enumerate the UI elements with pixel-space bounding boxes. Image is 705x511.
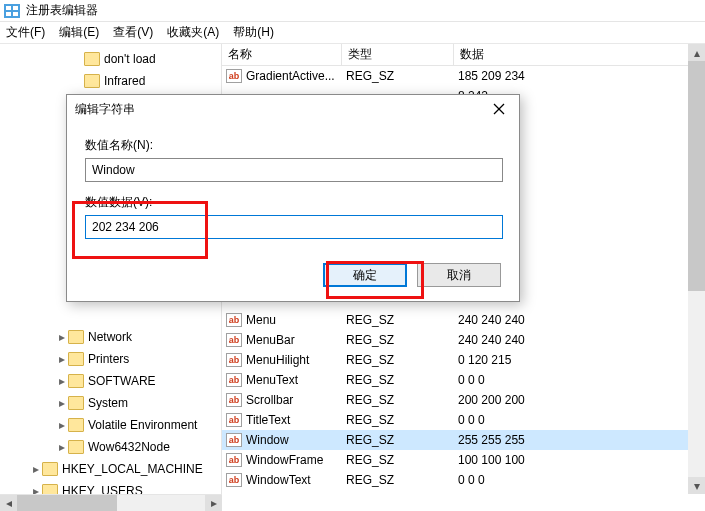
row-data: 100 100 100	[454, 453, 705, 467]
row-name: MenuHilight	[246, 353, 309, 367]
vertical-scrollbar[interactable]: ▴ ▾	[688, 44, 705, 494]
string-value-icon: ab	[226, 473, 242, 487]
list-row[interactable]: abGradientActive...REG_SZ185 209 234	[222, 66, 705, 86]
folder-icon	[68, 352, 84, 366]
string-value-icon: ab	[226, 69, 242, 83]
scroll-up-icon[interactable]: ▴	[688, 44, 705, 61]
string-value-icon: ab	[226, 353, 242, 367]
list-row[interactable]: abMenuTextREG_SZ0 0 0	[222, 370, 705, 390]
close-button[interactable]	[487, 99, 511, 119]
tree-item[interactable]: don't load	[0, 48, 221, 70]
tree-item[interactable]: ▸System	[0, 392, 221, 414]
folder-icon	[68, 418, 84, 432]
scroll-track[interactable]	[688, 61, 705, 477]
menu-view[interactable]: 查看(V)	[113, 24, 153, 41]
expand-icon[interactable]: ▸	[56, 352, 68, 366]
string-value-icon: ab	[226, 453, 242, 467]
row-type: REG_SZ	[342, 313, 454, 327]
row-name: GradientActive...	[246, 69, 335, 83]
scroll-thumb[interactable]	[17, 495, 117, 512]
string-value-icon: ab	[226, 393, 242, 407]
list-header: 名称 类型 数据	[222, 44, 705, 66]
row-type: REG_SZ	[342, 473, 454, 487]
svg-rect-1	[6, 6, 11, 10]
scroll-down-icon[interactable]: ▾	[688, 477, 705, 494]
list-row[interactable]: abWindowREG_SZ255 255 255	[222, 430, 705, 450]
horizontal-scrollbar[interactable]: ◂ ▸	[0, 494, 222, 511]
folder-icon	[84, 52, 100, 66]
string-value-icon: ab	[226, 413, 242, 427]
menu-file[interactable]: 文件(F)	[6, 24, 45, 41]
folder-icon	[68, 330, 84, 344]
tree-item[interactable]: ▸Network	[0, 326, 221, 348]
regedit-icon	[4, 4, 20, 18]
window-titlebar: 注册表编辑器	[0, 0, 705, 22]
list-row[interactable]: abMenuBarREG_SZ240 240 240	[222, 330, 705, 350]
close-icon	[493, 103, 505, 115]
expand-icon[interactable]: ▸	[56, 330, 68, 344]
list-row[interactable]: abWindowTextREG_SZ0 0 0	[222, 470, 705, 490]
tree-item[interactable]: ▸HKEY_USERS	[0, 480, 221, 494]
row-type: REG_SZ	[342, 69, 454, 83]
scroll-right-icon[interactable]: ▸	[205, 495, 222, 512]
column-type[interactable]: 类型	[342, 44, 454, 65]
expand-icon[interactable]: ▸	[56, 418, 68, 432]
folder-icon	[42, 484, 58, 494]
scroll-left-icon[interactable]: ◂	[0, 495, 17, 512]
row-data: 185 209 234	[454, 69, 705, 83]
row-type: REG_SZ	[342, 433, 454, 447]
row-name: MenuText	[246, 373, 298, 387]
menubar: 文件(F) 编辑(E) 查看(V) 收藏夹(A) 帮助(H)	[0, 22, 705, 44]
column-name[interactable]: 名称	[222, 44, 342, 65]
value-name-field[interactable]: Window	[85, 158, 503, 182]
row-data: 255 255 255	[454, 433, 705, 447]
tree-item[interactable]: ▸HKEY_LOCAL_MACHINE	[0, 458, 221, 480]
row-data: 240 240 240	[454, 313, 705, 327]
expand-icon[interactable]: ▸	[56, 396, 68, 410]
list-row[interactable]: abMenuHilightREG_SZ0 120 215	[222, 350, 705, 370]
menu-help[interactable]: 帮助(H)	[233, 24, 274, 41]
row-name: WindowFrame	[246, 453, 323, 467]
folder-icon	[68, 396, 84, 410]
ok-button[interactable]: 确定	[323, 263, 407, 287]
tree-item[interactable]: ▸Wow6432Node	[0, 436, 221, 458]
expand-icon[interactable]: ▸	[30, 462, 42, 476]
row-name: WindowText	[246, 473, 311, 487]
scroll-track[interactable]	[17, 495, 205, 512]
row-data: 0 120 215	[454, 353, 705, 367]
list-row[interactable]: abScrollbarREG_SZ200 200 200	[222, 390, 705, 410]
expand-icon[interactable]: ▸	[30, 484, 42, 494]
row-data: 200 200 200	[454, 393, 705, 407]
tree-item[interactable]: ▸Printers	[0, 348, 221, 370]
menu-favorites[interactable]: 收藏夹(A)	[167, 24, 219, 41]
list-row[interactable]: abMenuREG_SZ240 240 240	[222, 310, 705, 330]
scroll-thumb[interactable]	[688, 61, 705, 291]
folder-icon	[68, 440, 84, 454]
cancel-button[interactable]: 取消	[417, 263, 501, 287]
tree-item[interactable]: ▸SOFTWARE	[0, 370, 221, 392]
row-name: Scrollbar	[246, 393, 293, 407]
tree-item[interactable]: ▸Volatile Environment	[0, 414, 221, 436]
dialog-title: 编辑字符串	[75, 101, 135, 118]
string-value-icon: ab	[226, 373, 242, 387]
list-row[interactable]: abTitleTextREG_SZ0 0 0	[222, 410, 705, 430]
row-type: REG_SZ	[342, 393, 454, 407]
row-data: 0 0 0	[454, 413, 705, 427]
tree-item[interactable]: Infrared	[0, 70, 221, 92]
row-name: TitleText	[246, 413, 290, 427]
folder-icon	[84, 74, 100, 88]
row-name: MenuBar	[246, 333, 295, 347]
string-value-icon: ab	[226, 313, 242, 327]
value-data-label: 数值数据(V):	[85, 194, 501, 211]
expand-icon[interactable]: ▸	[56, 440, 68, 454]
list-row[interactable]: abWindowFrameREG_SZ100 100 100	[222, 450, 705, 470]
value-name-label: 数值名称(N):	[85, 137, 501, 154]
row-data: 240 240 240	[454, 333, 705, 347]
column-data[interactable]: 数据	[454, 44, 705, 65]
row-type: REG_SZ	[342, 453, 454, 467]
edit-string-dialog: 编辑字符串 数值名称(N): Window 数值数据(V): 确定 取消	[66, 94, 520, 302]
menu-edit[interactable]: 编辑(E)	[59, 24, 99, 41]
expand-icon[interactable]: ▸	[56, 374, 68, 388]
value-data-input[interactable]	[85, 215, 503, 239]
row-type: REG_SZ	[342, 333, 454, 347]
